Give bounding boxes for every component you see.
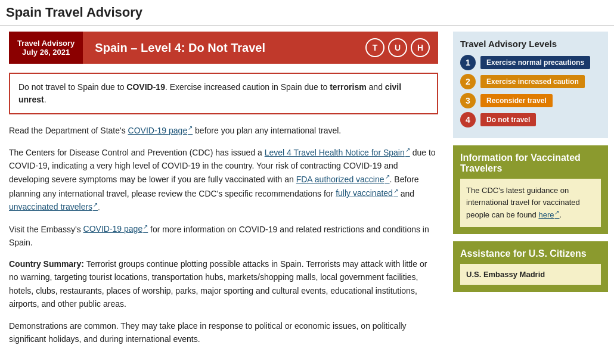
vaccinated-body: The CDC's latest guidance on internation…	[460, 179, 601, 227]
level-item-3: 3 Reconsider travel	[460, 93, 601, 108]
level-num-4: 4	[460, 112, 476, 127]
assistance-box: Assistance for U.S. Citizens U.S. Embass…	[453, 241, 608, 292]
assistance-title: Assistance for U.S. Citizens	[460, 248, 601, 259]
advisory-date: July 26, 2021	[17, 48, 75, 57]
body-p4: Country Summary: Terrorist groups contin…	[9, 257, 438, 311]
vaccinated-travelers-box: Information for Vaccinated Travelers The…	[453, 145, 608, 234]
alert-text-and: and	[367, 82, 385, 92]
alert-text-end: .	[44, 95, 46, 104]
advisory-label: Travel Advisory	[17, 39, 75, 48]
assistance-body: U.S. Embassy Madrid	[460, 264, 601, 285]
level-num-3: 3	[460, 93, 476, 108]
covid19-page-link-2[interactable]: COVID-19 page	[83, 224, 148, 234]
level-label-4: Do not travel	[480, 113, 536, 126]
covid19-page-link-1[interactable]: COVID-19 page	[128, 126, 193, 135]
icon-t: T	[365, 38, 384, 57]
advisory-levels-title: Travel Advisory Levels	[460, 39, 601, 49]
level-num-1: 1	[460, 55, 476, 70]
advisory-icons: T U H	[365, 38, 438, 57]
unvaccinated-link[interactable]: unvaccinated travelers	[9, 202, 98, 211]
alert-text-before: Do not travel to Spain due to	[18, 82, 126, 92]
icon-h: H	[411, 38, 430, 57]
alert-box: Do not travel to Spain due to COVID-19. …	[9, 73, 438, 114]
vaccinated-title: Information for Vaccinated Travelers	[460, 153, 601, 174]
fully-vaccinated-link[interactable]: fully vaccinated	[336, 188, 398, 198]
level-num-2: 2	[460, 74, 476, 89]
level-item-2: 2 Exercise increased caution	[460, 74, 601, 89]
icon-u: U	[388, 38, 407, 57]
level4-notice-link[interactable]: Level 4 Travel Health Notice for Spain	[265, 148, 410, 157]
fda-vaccine-link[interactable]: FDA authorized vaccine	[296, 175, 390, 184]
page-title: Spain Travel Advisory	[0, 0, 614, 26]
level-item-4: 4 Do not travel	[460, 112, 601, 127]
advisory-levels-box: Travel Advisory Levels 1 Exercise normal…	[453, 32, 608, 138]
vaccinated-text-before: The CDC's latest guidance on internation…	[466, 186, 580, 219]
body-p2: The Centers for Disease Control and Prev…	[9, 145, 438, 214]
body-p5: Demonstrations are common. They may take…	[9, 319, 438, 346]
vaccinated-here-link[interactable]: here	[538, 210, 559, 219]
country-summary-label: Country Summary:	[9, 259, 84, 269]
advisory-date-box: Travel Advisory July 26, 2021	[9, 32, 83, 64]
level-label-2: Exercise increased caution	[480, 75, 585, 88]
vaccinated-text-after: .	[559, 210, 562, 219]
alert-terrorism: terrorism	[330, 82, 366, 92]
body-p3: Visit the Embassy's COVID-19 page for mo…	[9, 222, 438, 249]
level-label-1: Exercise normal precautions	[480, 56, 590, 69]
alert-covid: COVID-19	[126, 82, 165, 92]
embassy-name: U.S. Embassy Madrid	[466, 270, 545, 279]
level-label-3: Reconsider travel	[480, 94, 553, 107]
right-sidebar: Travel Advisory Levels 1 Exercise normal…	[447, 26, 614, 360]
body-p1: Read the Department of State's COVID-19 …	[9, 123, 438, 137]
advisory-level-text: Spain – Level 4: Do Not Travel	[83, 41, 365, 55]
level-item-1: 1 Exercise normal precautions	[460, 55, 601, 70]
advisory-banner: Travel Advisory July 26, 2021 Spain – Le…	[9, 32, 438, 64]
alert-text-middle: . Exercise increased caution in Spain du…	[165, 82, 330, 92]
